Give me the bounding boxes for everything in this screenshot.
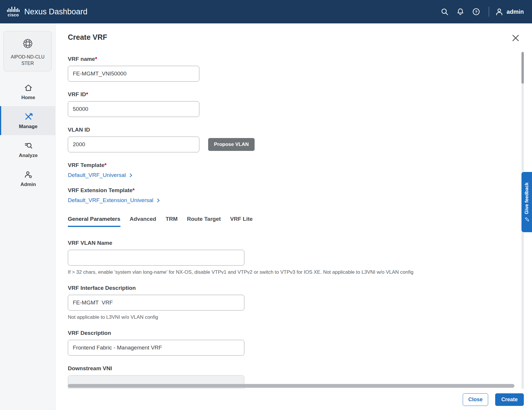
topbar-divider: [489, 7, 489, 17]
vrf-interface-description-help: Not applicable to L3VNI w/o VLAN config: [68, 314, 532, 320]
field-vlan-id: VLAN ID Propose VLAN: [68, 127, 532, 152]
vrf-name-label: VRF name: [68, 56, 95, 62]
required-marker: *: [104, 162, 106, 168]
vrf-vlan-name-input[interactable]: [68, 250, 244, 266]
vrf-template-label: VRF Template: [68, 162, 104, 168]
field-vrf-template: VRF Template* Default_VRF_Universal: [68, 162, 532, 178]
downstream-vni-label: Downstream VNI: [68, 365, 532, 372]
vertical-scrollbar-thumb[interactable]: [521, 52, 524, 84]
user-menu[interactable]: admin: [495, 7, 524, 16]
field-vrf-extension-template: VRF Extension Template* Default_VRF_Exte…: [68, 187, 532, 204]
vlan-id-input[interactable]: [68, 137, 199, 152]
help-icon: ?: [472, 8, 480, 16]
form-body: VRF name* VRF ID* VLAN ID Propose VLAN V…: [56, 45, 532, 391]
vrf-id-label: VRF ID: [68, 91, 86, 97]
sidebar-item-admin[interactable]: Admin: [0, 164, 55, 193]
close-icon: [511, 33, 520, 43]
tab-advanced[interactable]: Advanced: [130, 216, 156, 227]
field-vrf-name: VRF name*: [68, 56, 532, 82]
brand: cisco Nexus Dashboard: [7, 7, 87, 17]
sidebar-item-label: Manage: [19, 124, 37, 130]
downstream-vni-input: [68, 375, 244, 391]
vrf-interface-description-input[interactable]: [68, 295, 244, 311]
panel-footer: Close Create: [56, 389, 532, 410]
sidebar-item-home[interactable]: Home: [0, 77, 55, 106]
create-button[interactable]: Create: [495, 393, 524, 406]
sidebar-item-analyze[interactable]: Analyze: [0, 135, 55, 164]
cisco-logo: cisco: [7, 7, 20, 17]
cisco-logo-bars: [7, 7, 20, 12]
chevron-right-icon: [156, 198, 161, 203]
vlan-id-label: VLAN ID: [68, 127, 90, 133]
propose-vlan-button[interactable]: Propose VLAN: [208, 138, 255, 151]
create-vrf-panel: Create VRF VRF name* VRF ID* VLAN ID Pro…: [56, 23, 532, 410]
required-marker: *: [86, 91, 88, 97]
user-icon: [495, 7, 504, 16]
page-title: Create VRF: [68, 32, 107, 42]
sidebar: AIPOD-ND-CLUSTER Home Manage Analyze: [0, 23, 56, 410]
tab-route-target[interactable]: Route Target: [187, 216, 221, 227]
bell-icon: [456, 8, 464, 16]
cisco-logo-text: cisco: [8, 13, 19, 17]
chevron-right-icon: [128, 173, 133, 178]
analyze-icon: [24, 141, 33, 150]
feedback-label: Give feedback: [524, 182, 529, 214]
vrf-name-input[interactable]: [68, 66, 199, 82]
vrf-template-link[interactable]: Default_VRF_Universal: [68, 172, 133, 178]
vrf-vlan-name-label: VRF VLAN Name: [68, 240, 532, 246]
sidebar-item-label: Admin: [20, 182, 36, 187]
topbar-actions: ? admin: [438, 5, 524, 18]
field-vrf-description: VRF Description: [68, 330, 532, 356]
vrf-vlan-name-help: If > 32 chars, enable 'system vlan long-…: [68, 269, 532, 275]
cluster-selector[interactable]: AIPOD-ND-CLUSTER: [4, 31, 52, 71]
tab-general-parameters[interactable]: General Parameters: [68, 216, 120, 227]
feedback-icon: [524, 217, 529, 222]
tab-trm[interactable]: TRM: [165, 216, 177, 227]
vrf-description-input[interactable]: [68, 340, 244, 356]
give-feedback-tab[interactable]: Give feedback: [521, 172, 532, 232]
tools-icon: [24, 112, 33, 121]
vrf-id-input[interactable]: [68, 101, 199, 117]
home-icon: [24, 83, 33, 92]
horizontal-scrollbar[interactable]: [68, 384, 514, 388]
field-vrf-vlan-name: VRF VLAN Name If > 32 chars, enable 'sys…: [68, 240, 532, 275]
vrf-extension-template-link[interactable]: Default_VRF_Extension_Universal: [68, 197, 161, 204]
field-vrf-interface-description: VRF Interface Description Not applicable…: [68, 285, 532, 320]
required-marker: *: [132, 187, 134, 193]
sidebar-item-manage[interactable]: Manage: [0, 106, 55, 135]
svg-text:?: ?: [475, 10, 477, 14]
vrf-template-value: Default_VRF_Universal: [68, 172, 126, 178]
close-button[interactable]: Close: [463, 393, 488, 406]
sidebar-item-label: Home: [21, 95, 35, 101]
sidebar-nav: Home Manage Analyze: [0, 77, 55, 193]
app-title: Nexus Dashboard: [24, 7, 87, 16]
help-button[interactable]: ?: [469, 5, 483, 18]
cluster-icon: [20, 36, 35, 51]
search-icon: [441, 8, 449, 16]
admin-icon: [24, 170, 33, 179]
required-marker: *: [95, 56, 97, 62]
username: admin: [507, 8, 524, 15]
vrf-description-label: VRF Description: [68, 330, 532, 336]
tab-vrf-lite[interactable]: VRF Lite: [230, 216, 253, 227]
cluster-name: AIPOD-ND-CLUSTER: [11, 54, 45, 66]
vrf-extension-template-label: VRF Extension Template: [68, 187, 132, 193]
vrf-interface-description-label: VRF Interface Description: [68, 285, 532, 291]
notifications-button[interactable]: [454, 5, 467, 18]
close-panel-button[interactable]: [510, 32, 521, 45]
top-bar: cisco Nexus Dashboard ? admin: [0, 0, 532, 23]
parameter-tabs: General Parameters Advanced TRM Route Ta…: [68, 216, 532, 227]
search-button[interactable]: [438, 5, 451, 18]
sidebar-item-label: Analyze: [19, 153, 37, 159]
field-vrf-id: VRF ID*: [68, 91, 532, 117]
vrf-extension-template-value: Default_VRF_Extension_Universal: [68, 197, 153, 204]
